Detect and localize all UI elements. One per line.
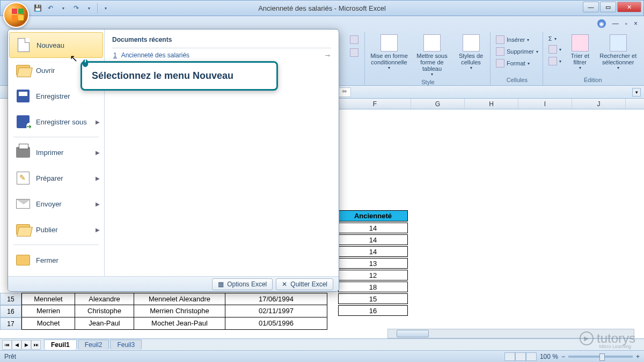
insert-button[interactable]: Insérer ▾ <box>496 34 529 45</box>
sheet-nav-last-icon[interactable]: ⏭ <box>31 340 41 350</box>
format-cells-icon <box>496 59 504 68</box>
qat-undo-icon[interactable]: ↶ <box>46 3 55 13</box>
menu-item-new[interactable]: Nouveau <box>9 32 103 58</box>
anciennete-cell[interactable]: 14 <box>338 223 408 233</box>
menu-item-close[interactable]: Fermer <box>8 247 104 273</box>
qat-redo-icon[interactable]: ↷ <box>71 3 81 13</box>
number-format-fragment[interactable]: ⁰⁰ <box>338 87 351 97</box>
mdi-close-icon[interactable]: × <box>634 20 638 27</box>
qat-redo-dropdown-icon[interactable]: ▾ <box>84 3 94 13</box>
sheet-nav-prev-icon[interactable]: ◀ <box>12 340 21 350</box>
zoom-in-button[interactable]: + <box>636 353 640 360</box>
cell-prenom[interactable]: Jean-Paul <box>75 317 134 330</box>
cell-date[interactable]: 02/11/1997 <box>225 305 327 317</box>
recent-index: 1 <box>113 51 117 59</box>
cell-nom[interactable]: Mennelet <box>21 293 75 305</box>
row-header[interactable]: 15 <box>0 293 21 305</box>
format-button[interactable]: Format ▾ <box>496 58 530 69</box>
menu-item-publish[interactable]: Publier ▶ <box>8 217 104 242</box>
scrollbar-thumb[interactable] <box>397 330 429 337</box>
row-header[interactable]: 17 <box>0 317 21 330</box>
menu-separator <box>13 245 99 245</box>
menu-item-open-label: Ouvrir <box>36 67 55 75</box>
fill-icon <box>548 45 557 54</box>
minimize-button[interactable]: — <box>583 2 599 12</box>
sheet-nav-next-icon[interactable]: ▶ <box>21 340 31 350</box>
cell-prenom[interactable]: Alexandre <box>75 293 134 305</box>
format-as-table-button[interactable]: Mettre sous forme de tableau ▾ <box>413 34 451 77</box>
anciennete-cell[interactable]: 14 <box>338 246 408 257</box>
decrease-decimal-button[interactable] <box>350 47 358 58</box>
cell-full[interactable]: Merrien Christophe <box>134 305 225 317</box>
view-normal-button[interactable] <box>504 352 515 361</box>
cell-date[interactable]: 01/05/1996 <box>225 317 327 330</box>
qat-separator <box>97 3 98 13</box>
mdi-minimize-icon[interactable]: — <box>612 20 619 27</box>
mouse-icon <box>80 58 90 68</box>
autosum-button[interactable]: Σ ▾ <box>548 34 561 43</box>
anciennete-cell[interactable]: 18 <box>338 282 408 292</box>
menu-item-save-as[interactable]: Enregistrer sous ▶ <box>8 109 104 135</box>
increase-decimal-button[interactable] <box>350 34 358 45</box>
menu-separator <box>13 137 99 137</box>
close-button[interactable]: ✕ <box>617 2 641 12</box>
cell-styles-button[interactable]: Styles de cellules ▾ <box>456 34 486 70</box>
anciennete-cell[interactable]: 16 <box>338 305 408 316</box>
pin-icon[interactable]: ⊸ <box>325 52 330 59</box>
find-select-button[interactable]: Rechercher et sélectionner ▾ <box>599 34 638 70</box>
cell-nom[interactable]: Mochet <box>21 317 75 330</box>
window-controls: — ▭ ✕ <box>583 2 641 12</box>
maximize-button[interactable]: ▭ <box>600 2 616 12</box>
sort-filter-button[interactable]: Trier et filtrer ▾ <box>567 34 594 70</box>
anciennete-cell[interactable]: 14 <box>338 234 408 245</box>
qat-undo-dropdown-icon[interactable]: ▾ <box>58 3 68 13</box>
office-button[interactable] <box>3 2 29 28</box>
anciennete-cell[interactable]: 15 <box>338 293 408 304</box>
anciennete-header: Ancienneté <box>338 210 408 221</box>
sheet-tab-2[interactable]: Feuil2 <box>78 339 109 350</box>
view-page-break-button[interactable] <box>526 352 537 361</box>
cell-prenom[interactable]: Christophe <box>75 305 134 317</box>
insert-cells-icon <box>496 35 504 44</box>
menu-item-send[interactable]: Envoyer ▶ <box>8 191 104 217</box>
qat-save-icon[interactable]: 💾 <box>33 3 42 13</box>
fill-button[interactable]: ▾ <box>548 44 561 55</box>
col-header-f[interactable]: F <box>339 99 411 109</box>
zoom-out-button[interactable]: − <box>561 353 565 360</box>
conditional-formatting-button[interactable]: Mise en forme conditionnelle ▾ <box>370 34 408 70</box>
cell-full[interactable]: Mochet Jean-Paul <box>134 317 225 330</box>
col-header-g[interactable]: G <box>411 99 465 109</box>
qat-customize-icon[interactable]: ▾ <box>101 3 111 13</box>
view-page-layout-button[interactable] <box>515 352 526 361</box>
help-icon[interactable]: ◉ <box>597 19 606 28</box>
sheet-nav-first-icon[interactable]: ⏮ <box>2 340 12 350</box>
col-header-h[interactable]: H <box>465 99 518 109</box>
cell-nom[interactable]: Merrien <box>21 305 75 317</box>
column-headers: F G H I J <box>339 99 644 109</box>
row-header[interactable]: 16 <box>0 305 21 317</box>
col-header-i[interactable]: I <box>518 99 572 109</box>
watermark-brand: tutorys <box>597 331 635 346</box>
sheet-tab-1[interactable]: Feuil1 <box>44 339 77 350</box>
formula-bar-expand-icon[interactable]: ▾ <box>632 88 641 97</box>
window-title: Ancienneté des salariés - Microsoft Exce… <box>258 4 386 12</box>
menu-item-print[interactable]: Imprimer ▶ <box>8 139 104 165</box>
col-header-j[interactable]: J <box>572 99 626 109</box>
clear-button[interactable]: ▾ <box>548 56 561 67</box>
zoom-level[interactable]: 100 % <box>540 353 558 360</box>
mdi-restore-icon[interactable]: ▫ <box>625 20 627 27</box>
delete-button[interactable]: Supprimer ▾ <box>496 46 538 57</box>
anciennete-cell[interactable]: 12 <box>338 270 408 280</box>
cell-full[interactable]: Mennelet Alexandre <box>134 293 225 305</box>
quit-excel-button[interactable]: ✕ Quitter Excel <box>276 278 333 290</box>
send-icon <box>16 196 31 211</box>
zoom-slider[interactable] <box>568 356 633 358</box>
anciennete-cell[interactable]: 13 <box>338 258 408 269</box>
menu-item-prepare[interactable]: Préparer ▶ <box>8 165 104 191</box>
cell-date[interactable]: 17/06/1994 <box>225 293 327 305</box>
excel-options-button[interactable]: ▦ Options Excel <box>212 278 273 290</box>
close-folder-icon <box>16 253 31 268</box>
office-menu-footer: ▦ Options Excel ✕ Quitter Excel <box>8 276 339 291</box>
sheet-tab-3[interactable]: Feuil3 <box>110 339 142 350</box>
recent-document-item[interactable]: 1 Ancienneté des salariés ⊸ <box>112 48 331 62</box>
